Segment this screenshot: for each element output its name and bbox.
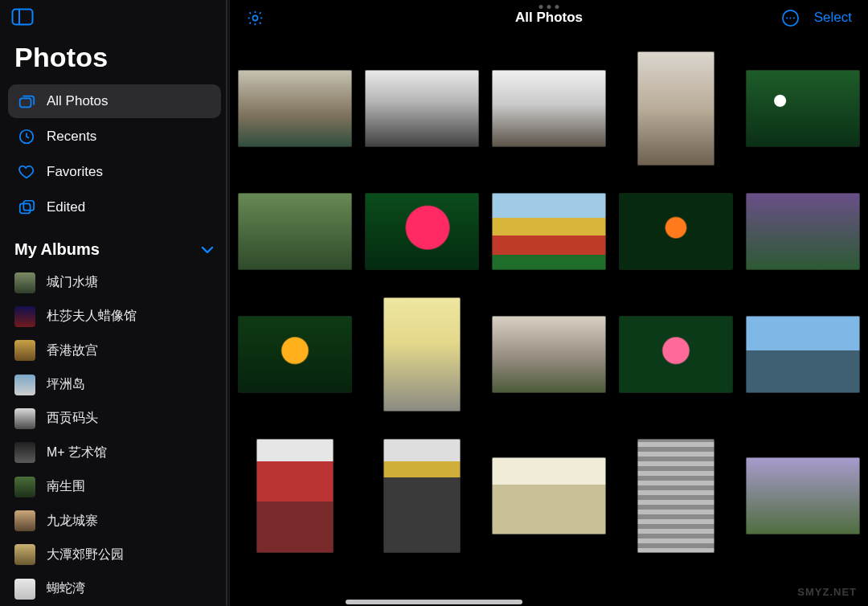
sidebar-nav-item[interactable]: Recents	[8, 120, 221, 154]
photo-thumbnail[interactable]	[365, 70, 479, 147]
heart-icon	[18, 163, 35, 181]
photo-thumbnail[interactable]	[492, 193, 606, 270]
svg-point-9	[789, 17, 791, 18]
album-label: M+ 艺术馆	[47, 444, 107, 461]
photo-thumbnail[interactable]	[619, 316, 733, 393]
svg-point-6	[252, 15, 257, 20]
photo-image	[746, 457, 860, 534]
settings-gear-icon[interactable]	[246, 9, 264, 27]
photo-grid	[238, 51, 860, 553]
album-label: 坪洲岛	[47, 376, 85, 393]
album-thumbnail	[14, 544, 35, 565]
photo-thumbnail[interactable]	[746, 316, 860, 393]
sidebar-nav-label: Favorites	[47, 164, 103, 180]
album-row[interactable]: M+ 艺术馆	[8, 436, 221, 469]
album-label: 南生围	[47, 478, 85, 495]
photo-image	[383, 297, 461, 412]
photo-image	[383, 439, 461, 553]
photo-grid-scroll[interactable]	[230, 35, 868, 606]
photo-image	[238, 193, 352, 270]
album-label: 西贡码头	[47, 410, 98, 427]
more-options-icon[interactable]	[781, 9, 800, 27]
photo-thumbnail[interactable]	[238, 439, 352, 553]
album-thumbnail	[14, 375, 35, 395]
album-row[interactable]: 蝴蛇湾	[8, 572, 221, 606]
clock-icon	[18, 128, 35, 145]
select-button[interactable]: Select	[814, 10, 852, 26]
my-albums-header[interactable]: My Albums	[0, 224, 229, 265]
photo-thumbnail[interactable]	[238, 193, 352, 270]
photo-thumbnail[interactable]	[238, 316, 352, 393]
album-row[interactable]: 九龙城寨	[8, 504, 221, 538]
photo-thumbnail[interactable]	[492, 457, 606, 534]
sidebar-nav-label: Edited	[47, 199, 85, 215]
svg-rect-5	[23, 201, 34, 211]
album-row[interactable]: 坪洲岛	[8, 367, 221, 401]
album-row[interactable]: 杜莎夫人蜡像馆	[8, 300, 221, 334]
album-row[interactable]: 大潭郊野公园	[8, 538, 221, 571]
album-row[interactable]: 香港故宫	[8, 334, 221, 367]
chevron-down-icon	[200, 243, 215, 257]
album-label: 九龙城寨	[47, 513, 98, 530]
photo-image	[492, 193, 606, 270]
svg-point-10	[793, 17, 795, 18]
sidebar-title: Photos	[0, 34, 229, 84]
app-root: Photos All PhotosRecentsFavoritesEdited …	[0, 0, 868, 606]
photo-thumbnail[interactable]	[619, 439, 733, 553]
photo-thumbnail[interactable]	[619, 51, 733, 166]
photo-image	[746, 193, 860, 270]
photo-thumbnail[interactable]	[746, 193, 860, 270]
photo-image	[238, 70, 352, 147]
photo-thumbnail[interactable]	[746, 70, 860, 147]
page-title: All Photos	[230, 10, 868, 26]
photo-grid-row	[238, 297, 860, 412]
sidebar-scroll-indicator	[226, 0, 227, 606]
toggle-sidebar-icon[interactable]	[11, 8, 34, 26]
multitask-bar	[346, 600, 522, 604]
albums-list: 城门水塘杜莎夫人蜡像馆香港故宫坪洲岛西贡码头M+ 艺术馆南生围九龙城寨大潭郊野公…	[0, 265, 229, 606]
photo-image	[365, 70, 479, 147]
photo-image	[746, 70, 860, 147]
photo-image	[492, 457, 606, 534]
album-label: 城门水塘	[47, 274, 98, 291]
photo-grid-row	[238, 193, 860, 270]
sidebar-nav-label: Recents	[47, 129, 96, 145]
photo-thumbnail[interactable]	[365, 297, 479, 412]
main-topbar: All Photos Select	[230, 0, 868, 35]
sidebar-nav-label: All Photos	[47, 93, 108, 109]
sidebar-nav-list: All PhotosRecentsFavoritesEdited	[0, 84, 229, 224]
album-label: 蝴蛇湾	[47, 580, 85, 597]
svg-rect-4	[20, 204, 31, 214]
photo-image	[619, 316, 733, 393]
photo-image	[256, 439, 334, 553]
photo-grid-row	[238, 439, 860, 553]
photo-image	[492, 316, 606, 393]
drag-handle-icon[interactable]	[539, 5, 559, 9]
album-label: 杜莎夫人蜡像馆	[47, 308, 137, 325]
album-row[interactable]: 城门水塘	[8, 265, 221, 299]
photo-image	[637, 439, 714, 553]
photo-thumbnail[interactable]	[365, 439, 479, 553]
photo-image	[619, 193, 733, 270]
photo-thumbnail[interactable]	[492, 316, 606, 393]
album-label: 香港故宫	[47, 342, 98, 359]
sidebar-nav-item[interactable]: All Photos	[8, 84, 221, 118]
photo-image	[637, 51, 714, 166]
album-thumbnail	[14, 408, 35, 429]
sidebar-nav-item[interactable]: Favorites	[8, 155, 221, 189]
photo-thumbnail[interactable]	[619, 193, 733, 270]
stack-icon	[18, 92, 35, 110]
photo-image	[492, 70, 606, 147]
album-row[interactable]: 南生围	[8, 470, 221, 504]
photo-image	[365, 193, 479, 270]
photo-thumbnail[interactable]	[746, 457, 860, 534]
album-row[interactable]: 西贡码头	[8, 402, 221, 436]
sidebar-nav-item[interactable]: Edited	[8, 190, 221, 224]
photo-thumbnail[interactable]	[238, 70, 352, 147]
album-thumbnail	[14, 272, 35, 293]
photo-thumbnail[interactable]	[492, 70, 606, 147]
sidebar-topbar	[0, 0, 229, 34]
photo-image	[238, 316, 352, 393]
photo-thumbnail[interactable]	[365, 193, 479, 270]
svg-point-8	[786, 17, 788, 18]
